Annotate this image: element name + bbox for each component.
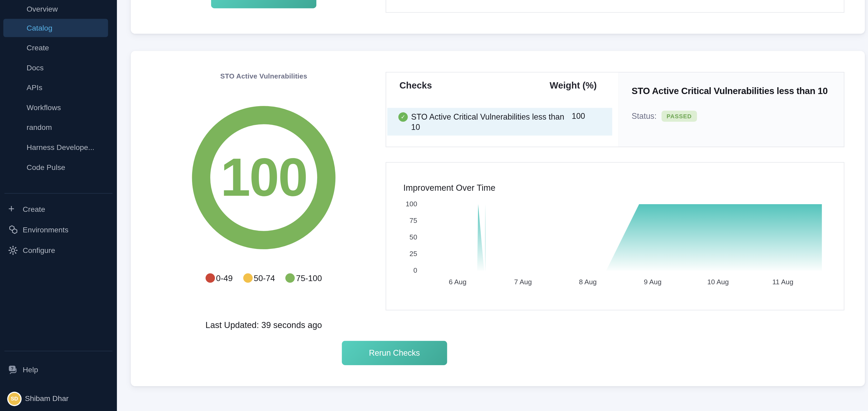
improvement-area-chart: [386, 163, 845, 311]
sidebar-item-label: Docs: [27, 63, 44, 72]
sidebar-item-label: Catalog: [27, 24, 53, 32]
sidebar-item-code-pulse[interactable]: Code Pulse: [0, 157, 117, 177]
sidebar-item-create[interactable]: Create: [0, 38, 117, 58]
sidebar-item-label: Create: [27, 43, 49, 52]
check-passed-icon: ✓: [398, 112, 408, 122]
previous-panel-remnant: [386, 0, 844, 13]
legend-dot-red: [206, 273, 215, 283]
sidebar-item-catalog[interactable]: Catalog: [3, 19, 108, 37]
user-menu[interactable]: SD Shibam Dhar: [0, 388, 117, 409]
help-label: Help: [23, 366, 38, 374]
legend-item-mid: 50-74: [243, 273, 275, 283]
sidebar-item-apis[interactable]: APIs: [0, 77, 117, 98]
legend-item-low: 0-49: [206, 273, 233, 283]
check-weight: 100: [566, 112, 590, 121]
sidebar-item-docs[interactable]: Docs: [0, 58, 117, 77]
sidebar-divider: [4, 193, 113, 194]
gear-icon: [8, 245, 21, 255]
sidebar-action-environments[interactable]: Environments: [0, 220, 117, 240]
checks-header: Checks: [399, 80, 432, 91]
legend-label: 50-74: [254, 273, 275, 283]
sidebar: Overview Catalog Create Docs APIs Workfl…: [0, 0, 117, 411]
sidebar-item-random[interactable]: random: [0, 117, 117, 137]
status-badge: PASSED: [662, 111, 697, 122]
checks-panel: Checks Weight (%) ✓ STO Active Critical …: [386, 72, 619, 147]
sidebar-action-configure[interactable]: Configure: [0, 240, 117, 260]
sidebar-item-harness-developer[interactable]: Harness Develope...: [0, 137, 117, 157]
check-detail-title: STO Active Critical Vulnerabilities less…: [631, 86, 839, 96]
check-name: STO Active Critical Vulnerabilities less…: [411, 112, 571, 133]
check-detail-panel: STO Active Critical Vulnerabilities less…: [618, 72, 844, 147]
help-chat-icon: ?: [8, 365, 21, 374]
improvement-chart-panel: Improvement Over Time 100 75 50 25 0 6 A…: [386, 162, 844, 310]
sidebar-item-label: Overview: [27, 5, 58, 13]
rerun-checks-button[interactable]: Rerun Checks: [342, 341, 447, 365]
avatar: SD: [8, 392, 20, 405]
sidebar-action-label: Create: [23, 205, 45, 213]
sidebar-item-label: Workflows: [27, 103, 61, 112]
legend-label: 75-100: [296, 273, 322, 283]
last-updated-text: Last Updated: 39 seconds ago: [131, 320, 397, 330]
sidebar-item-label: Code Pulse: [27, 163, 65, 171]
sidebar-item-overview[interactable]: Overview: [0, 0, 117, 19]
scorecard-title: STO Active Vulnerabilities: [131, 72, 397, 80]
plus-icon: +: [8, 203, 21, 215]
help-button[interactable]: ? Help: [0, 359, 117, 380]
hexagons-icon: [8, 225, 21, 235]
sidebar-divider: [4, 351, 113, 351]
sidebar-action-label: Environments: [23, 226, 68, 234]
page: Overview Catalog Create Docs APIs Workfl…: [0, 0, 868, 411]
sidebar-item-label: random: [27, 123, 52, 132]
legend-label: 0-49: [216, 273, 233, 283]
legend-item-high: 75-100: [285, 273, 322, 283]
sidebar-item-label: Harness Develope...: [27, 143, 94, 151]
sidebar-item-workflows[interactable]: Workflows: [0, 98, 117, 117]
sidebar-nav: Overview Catalog Create Docs APIs Workfl…: [0, 0, 117, 177]
avatar-initials: SD: [11, 396, 18, 402]
weight-header: Weight (%): [550, 80, 596, 91]
legend-dot-green: [285, 273, 295, 283]
legend-dot-yellow: [243, 273, 253, 283]
score-gauge: 100: [192, 106, 336, 249]
sidebar-action-label: Configure: [23, 246, 55, 254]
score-legend: 0-49 50-74 75-100: [131, 273, 397, 283]
previous-scorecard-card-remnant: [131, 0, 865, 34]
score-value: 100: [192, 106, 336, 249]
sidebar-action-create[interactable]: + Create: [0, 199, 117, 219]
status-line: Status: PASSED: [631, 111, 697, 122]
user-name: Shibam Dhar: [25, 395, 68, 403]
status-label: Status:: [631, 112, 657, 121]
check-row[interactable]: ✓ STO Active Critical Vulnerabilities le…: [387, 108, 612, 135]
rerun-checks-button-remnant[interactable]: [211, 0, 316, 8]
area-series: [477, 204, 822, 271]
svg-text:?: ?: [11, 366, 13, 371]
sidebar-item-label: APIs: [27, 83, 42, 92]
